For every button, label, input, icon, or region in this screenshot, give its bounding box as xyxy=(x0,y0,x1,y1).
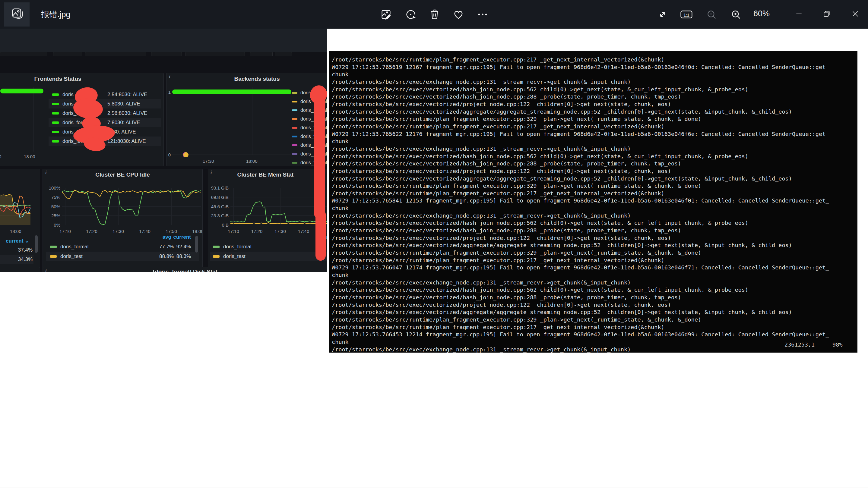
log-line: /root/starrocks/be/src/runtime/plan_frag… xyxy=(332,116,829,123)
legend-header-current[interactable]: current ⌄ xyxy=(6,238,29,244)
more-options-button[interactable] xyxy=(476,8,489,21)
panel-title: Frontends Status xyxy=(0,76,163,82)
zoom-level: 60% xyxy=(753,9,770,19)
app-launcher-button[interactable] xyxy=(4,2,30,27)
frontends-legend-row[interactable]: doris_test-102.56:8030: ALIVE xyxy=(49,108,161,118)
x-tick: 18:00 xyxy=(189,229,203,234)
legend-value: 37.4% xyxy=(6,246,33,254)
legend-header-avg[interactable]: avg xyxy=(159,234,171,240)
log-line: W0729 17:12:53.765622 12176 fragment_mgr… xyxy=(332,130,829,138)
x-tick: 0 xyxy=(0,154,1,159)
panel-title: Cluster BE Mem Stat xyxy=(208,171,327,178)
ellipsis-icon xyxy=(476,8,489,21)
log-line: /root/starrocks/be/src/exec/vectorized/a… xyxy=(332,175,829,183)
panel-sliver-left: i xyxy=(0,267,40,272)
series-color-dash xyxy=(292,92,298,94)
red-marker-redaction xyxy=(315,209,326,261)
fe-host-suffix: 2.54:8030: ALIVE xyxy=(107,92,147,98)
y-tick: 0 xyxy=(167,152,171,157)
backends-zero-point xyxy=(183,152,188,157)
y-tick: 23.3 GiB xyxy=(208,213,228,218)
series-name: doris_formal xyxy=(223,244,251,250)
fit-to-window-button[interactable] xyxy=(656,8,669,21)
mem-legend-row[interactable]: doris_test13. xyxy=(210,252,327,261)
log-line: /root/starrocks/be/src/runtime/plan_frag… xyxy=(332,257,829,264)
current-value: 92.4% xyxy=(173,244,191,250)
fe-host-suffix: 2.56:8030: ALIVE xyxy=(107,110,147,116)
panel-title: Cluster BE CPU Idle xyxy=(43,171,203,178)
legend-header-current[interactable]: current xyxy=(173,234,191,240)
x-tick: 17:30 xyxy=(203,159,214,164)
y-tick: 1 xyxy=(167,90,171,95)
log-line: /root/starrocks/be/src/exec/exchange_nod… xyxy=(332,145,829,153)
image-bottom-edge xyxy=(0,488,868,488)
delete-button[interactable] xyxy=(428,8,441,21)
restore-button[interactable] xyxy=(818,5,836,22)
rotate-button[interactable] xyxy=(404,8,417,21)
panel-left-cutoff: 18:00 current ⌄ 37.4% 34.3% xyxy=(0,169,40,272)
cpu-legend-row[interactable]: doris_formal77.7%92.4% xyxy=(46,242,199,251)
series-name: doris_test xyxy=(223,254,246,259)
svg-text:1:1: 1:1 xyxy=(683,13,689,18)
edit-image-button[interactable] xyxy=(379,8,393,21)
one-to-one-icon: 1:1 xyxy=(680,8,693,21)
close-icon xyxy=(853,11,858,16)
y-tick: 50% xyxy=(43,204,60,209)
series-color-dash xyxy=(292,162,298,164)
log-line: /root/starrocks/be/src/runtime/plan_frag… xyxy=(332,182,829,190)
log-line: chunk xyxy=(332,271,829,279)
series-color-dash xyxy=(52,122,59,124)
fe-host-suffix: 121:8030: ALIVE xyxy=(107,138,146,144)
frontends-legend-row[interactable]: doris_tes2.54:8030: ALIVE xyxy=(49,90,161,99)
favorite-button[interactable] xyxy=(452,8,465,21)
cpu-legend-row[interactable]: doris_test88.8%88.3% xyxy=(46,252,199,261)
log-line: /root/starrocks/be/src/runtime/plan_frag… xyxy=(332,324,829,331)
minimize-button[interactable] xyxy=(790,5,808,22)
x-tick: 17:20 xyxy=(248,229,266,234)
panel-sliver-disk-stat: i [doris_formal] Disk Stat xyxy=(42,267,327,272)
y-tick: 93.1 GiB xyxy=(208,185,228,191)
log-line: W0729 17:12:53.766047 12174 fragment_mgr… xyxy=(332,264,829,271)
log-line: chunk xyxy=(332,138,829,145)
panel-mem-stat: i Cluster BE Mem Stat avg doris_formal57… xyxy=(208,169,327,272)
log-line: /root/starrocks/be/src/runtime/plan_frag… xyxy=(332,316,829,324)
series-color-dash xyxy=(52,93,59,96)
frontends-legend-row[interactable]: doris_tes5:8030: ALIVE xyxy=(49,99,161,108)
y-tick: 100% xyxy=(43,185,60,191)
chevron-down-icon: ⌄ xyxy=(25,238,29,244)
collapsed-panel-top xyxy=(151,52,182,56)
zoom-in-button[interactable] xyxy=(729,8,743,21)
x-tick: 17:10 xyxy=(224,229,243,234)
collapsed-panel-top xyxy=(275,52,292,56)
log-line: /root/starrocks/be/src/exec/vectorized/h… xyxy=(332,219,829,227)
log-line: /root/starrocks/be/src/exec/vectorized/h… xyxy=(332,153,829,160)
log-line: /root/starrocks/be/src/exec/vectorized/p… xyxy=(332,101,829,108)
photos-app-icon xyxy=(10,7,24,22)
panel-frontends-status: Frontends Status 0 18:00 doris_tes2.54:8… xyxy=(0,73,164,166)
vim-scroll-percent: 98% xyxy=(832,341,842,348)
x-tick: 17:30 xyxy=(271,229,289,234)
legend-value: 34.3% xyxy=(6,255,33,264)
series-color-dash xyxy=(50,255,57,258)
avg-value: 77.7% xyxy=(159,244,171,250)
actual-size-button[interactable]: 1:1 xyxy=(680,8,693,21)
log-line: /root/starrocks/be/src/exec/vectorized/h… xyxy=(332,286,829,294)
current-value: 88.3% xyxy=(173,254,191,259)
series-color-dash xyxy=(292,101,298,102)
y-tick: 46.6 GiB xyxy=(208,204,228,209)
x-tick: 17:40 xyxy=(294,229,313,234)
collapsed-panel-top xyxy=(53,52,82,56)
collapsed-panel-top xyxy=(185,52,245,56)
series-name: doris_formal xyxy=(60,244,89,250)
log-line: /root/starrocks/be/src/exec/vectorized/h… xyxy=(332,160,829,168)
y-tick: 0 B xyxy=(208,222,228,228)
log-line: /root/starrocks/be/src/exec/vectorized/p… xyxy=(332,168,829,175)
series-color-dash xyxy=(52,131,59,133)
close-button[interactable] xyxy=(846,5,864,22)
trash-icon xyxy=(431,10,438,11)
series-color-dash xyxy=(52,112,59,115)
zoom-out-button[interactable] xyxy=(705,8,718,21)
x-tick: 17:40 xyxy=(136,229,154,234)
log-line: /root/starrocks/be/src/exec/exchange_nod… xyxy=(332,78,829,86)
mem-legend-row[interactable]: doris_formal57. xyxy=(210,242,327,251)
